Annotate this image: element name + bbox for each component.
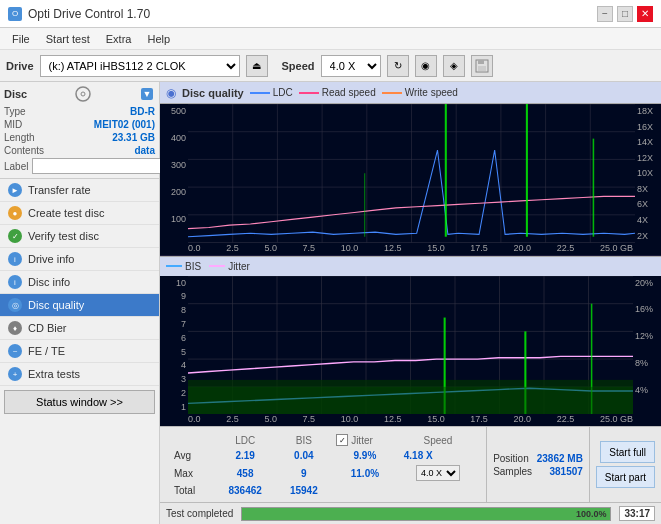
sidebar-item-disc-quality[interactable]: ◎Disc quality <box>0 294 159 317</box>
label-label: Label <box>4 161 28 172</box>
maximize-button[interactable]: □ <box>617 6 633 22</box>
sidebar-item-create-test-disc[interactable]: ●Create test disc <box>0 202 159 225</box>
option2-button[interactable]: ◈ <box>443 55 465 77</box>
x-15: 15.0 <box>427 243 445 253</box>
disc-label-row: Label ✎ <box>4 158 155 174</box>
by-9: 9 <box>181 291 186 301</box>
drive-select[interactable]: (k:) ATAPI iHBS112 2 CLOK <box>40 55 240 77</box>
sidebar-label-extra-tests: Extra tests <box>28 368 80 380</box>
chart-icon: ◉ <box>166 86 176 100</box>
by-5: 5 <box>181 347 186 357</box>
legend-jitter: Jitter <box>209 261 250 272</box>
avg-bis: 0.04 <box>278 449 331 462</box>
main-content: Disc ▼ Type BD-R MID MEIT02 (001) Lengt <box>0 82 661 524</box>
menubar: File Start test Extra Help <box>0 28 661 50</box>
option1-button[interactable]: ◉ <box>415 55 437 77</box>
speed-label: Speed <box>282 60 315 72</box>
menu-extra[interactable]: Extra <box>98 31 140 47</box>
cd-bier-icon: ♦ <box>8 321 22 335</box>
menu-start-test[interactable]: Start test <box>38 31 98 47</box>
jitter-checkbox[interactable]: ✓ <box>336 434 348 446</box>
x-12.5: 12.5 <box>384 243 402 253</box>
by-10: 10 <box>176 278 186 288</box>
svg-rect-45 <box>188 386 633 414</box>
sidebar-label-transfer-rate: Transfer rate <box>28 184 91 196</box>
y-6x: 6X <box>637 199 659 209</box>
total-bis: 15942 <box>278 484 331 497</box>
jitter-header: Jitter <box>351 435 373 446</box>
disc-section: Disc ▼ Type BD-R MID MEIT02 (001) Lengt <box>0 82 159 179</box>
disc-length-row: Length 23.31 GB <box>4 132 155 143</box>
verify-test-disc-icon: ✓ <box>8 229 22 243</box>
close-button[interactable]: ✕ <box>637 6 653 22</box>
fe-te-icon: ~ <box>8 344 22 358</box>
window-controls: − □ ✕ <box>597 6 653 22</box>
position-area: Position 23862 MB Samples 381507 <box>486 427 589 502</box>
by-3: 3 <box>181 374 186 384</box>
legend-write-speed: Write speed <box>382 87 458 98</box>
by-6: 6 <box>181 333 186 343</box>
position-value: 23862 MB <box>537 453 583 464</box>
x-7.5: 7.5 <box>303 243 316 253</box>
by-8pct: 8% <box>635 358 659 368</box>
col-empty <box>170 433 213 447</box>
y-300: 300 <box>171 160 186 170</box>
sidebar-label-fe-te: FE / TE <box>28 345 65 357</box>
start-full-button[interactable]: Start full <box>600 441 655 463</box>
by-2: 2 <box>181 388 186 398</box>
sidebar-label-cd-bier: CD Bier <box>28 322 67 334</box>
speed-set-select[interactable]: 4.0 X <box>416 465 460 481</box>
sidebar-label-verify-test-disc: Verify test disc <box>28 230 99 242</box>
y-12x: 12X <box>637 153 659 163</box>
total-speed <box>400 484 476 497</box>
nav-list: ►Transfer rate●Create test disc✓Verify t… <box>0 179 159 386</box>
bottom-chart-svg <box>188 276 633 415</box>
sidebar-item-extra-tests[interactable]: +Extra tests <box>0 363 159 386</box>
refresh-button[interactable]: ↻ <box>387 55 409 77</box>
sidebar-item-cd-bier[interactable]: ♦CD Bier <box>0 317 159 340</box>
speed-header: Speed <box>423 435 452 446</box>
top-y-axis-left: 500 400 300 200 100 <box>160 104 188 243</box>
position-row: Position 23862 MB <box>493 453 583 464</box>
y-18x: 18X <box>637 106 659 116</box>
menu-help[interactable]: Help <box>139 31 178 47</box>
progress-text: 100.0% <box>576 509 607 519</box>
sidebar-item-transfer-rate[interactable]: ►Transfer rate <box>0 179 159 202</box>
disc-quality-icon: ◎ <box>8 298 22 312</box>
sidebar-item-disc-info[interactable]: iDisc info <box>0 271 159 294</box>
minimize-button[interactable]: − <box>597 6 613 22</box>
sidebar-item-verify-test-disc[interactable]: ✓Verify test disc <box>0 225 159 248</box>
x-10: 10.0 <box>341 243 359 253</box>
label-input[interactable] <box>32 158 165 174</box>
disc-mid-row: MID MEIT02 (001) <box>4 119 155 130</box>
save-button[interactable] <box>471 55 493 77</box>
speed-select[interactable]: 4.0 X <box>321 55 381 77</box>
status-text: Test completed <box>166 508 233 519</box>
bis-color <box>166 265 182 267</box>
extra-tests-icon: + <box>8 367 22 381</box>
svg-point-3 <box>76 87 90 101</box>
col-speed: Speed <box>400 433 476 447</box>
total-ldc: 836462 <box>215 484 276 497</box>
length-value: 23.31 GB <box>112 132 155 143</box>
samples-label: Samples <box>493 466 532 477</box>
sidebar-item-drive-info[interactable]: iDrive info <box>0 248 159 271</box>
x-5: 5.0 <box>264 243 277 253</box>
stats-table: LDC BIS ✓ Jitter Speed <box>168 431 478 499</box>
disc-info-icon: i <box>8 275 22 289</box>
ldc-label: LDC <box>273 87 293 98</box>
max-label: Max <box>170 464 213 482</box>
drive-label: Drive <box>6 60 34 72</box>
start-part-button[interactable]: Start part <box>596 466 655 488</box>
type-label: Type <box>4 106 26 117</box>
total-label: Total <box>170 484 213 497</box>
menu-file[interactable]: File <box>4 31 38 47</box>
legend-bis: BIS <box>166 261 201 272</box>
app-icon: O <box>8 7 22 21</box>
eject-button[interactable]: ⏏ <box>246 55 268 77</box>
y-4x: 4X <box>637 215 659 225</box>
titlebar: O Opti Drive Control 1.70 − □ ✕ <box>0 0 661 28</box>
sidebar-item-fe-te[interactable]: ~FE / TE <box>0 340 159 363</box>
jitter-color <box>209 265 225 267</box>
status-window-button[interactable]: Status window >> <box>4 390 155 414</box>
